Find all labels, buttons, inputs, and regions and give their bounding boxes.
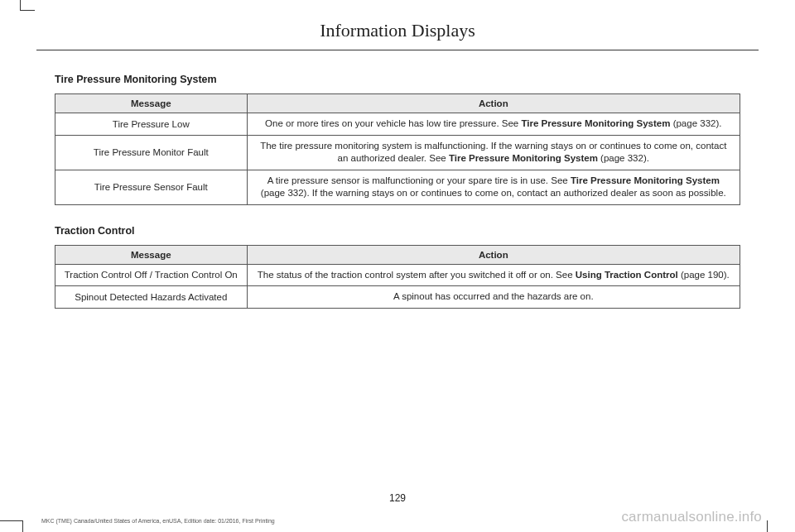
table-row: Tire Pressure Sensor Fault A tire pressu…	[55, 170, 740, 204]
cell-message: Tire Pressure Low	[55, 113, 248, 136]
cell-message: Spinout Detected Hazards Activated	[55, 286, 248, 309]
crop-mark-icon	[20, 0, 35, 11]
page-title: Information Displays	[0, 20, 795, 41]
page-number: 129	[0, 492, 795, 504]
col-header-message: Message	[55, 94, 248, 113]
col-header-action: Action	[247, 94, 740, 113]
section-heading-tpms: Tire Pressure Monitoring System	[55, 74, 740, 85]
cell-message: Traction Control Off / Traction Control …	[55, 264, 248, 286]
cell-message: Tire Pressure Sensor Fault	[55, 170, 248, 204]
table-row: Spinout Detected Hazards Activated A spi…	[55, 286, 740, 309]
cell-action: One or more tires on your vehicle has lo…	[247, 113, 740, 136]
table-row: Traction Control Off / Traction Control …	[55, 264, 740, 286]
table-row: Tire Pressure Low One or more tires on y…	[55, 113, 740, 136]
cell-action: The status of the traction control syste…	[247, 264, 740, 286]
table-row: Tire Pressure Monitor Fault The tire pre…	[55, 135, 740, 170]
crop-mark-icon	[767, 520, 768, 532]
page-content: Tire Pressure Monitoring System Message …	[0, 50, 795, 309]
watermark-text: carmanualsonline.info	[621, 509, 762, 525]
section-heading-traction: Traction Control	[55, 225, 740, 237]
footer-edition-info: MKC (TME) Canada/United States of Americ…	[41, 518, 275, 524]
col-header-message: Message	[55, 245, 248, 264]
cell-action: The tire pressure monitoring system is m…	[247, 135, 740, 170]
cell-message: Tire Pressure Monitor Fault	[55, 135, 248, 170]
tpms-table: Message Action Tire Pressure Low One or …	[55, 93, 740, 205]
crop-mark-icon	[0, 520, 23, 532]
col-header-action: Action	[247, 245, 740, 264]
traction-table: Message Action Traction Control Off / Tr…	[55, 245, 740, 309]
cell-action: A spinout has occurred and the hazards a…	[247, 286, 740, 309]
cell-action: A tire pressure sensor is malfunctioning…	[247, 170, 740, 204]
